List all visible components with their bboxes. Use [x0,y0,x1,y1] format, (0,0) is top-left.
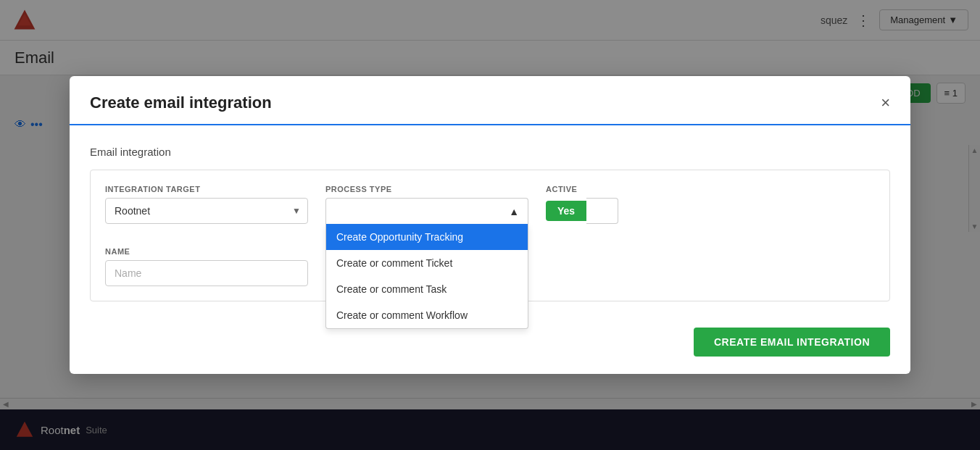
dropdown-item-workflow[interactable]: Create or comment Workflow [326,302,528,328]
active-yes-button[interactable]: Yes [546,201,586,221]
modal-header: Create email integration × [70,76,910,125]
form-row-1: INTEGRATION TARGET Rootnet ▼ PROCESS TYP… [105,185,875,224]
process-type-field: PROCESS TYPE ▲ Create Opportunity Tracki… [325,185,528,224]
modal-close-button[interactable]: × [881,95,890,111]
integration-target-label: INTEGRATION TARGET [105,185,308,193]
active-label: ACTIVE [546,185,647,193]
name-input[interactable] [105,260,308,286]
active-field: ACTIVE Yes [546,185,647,224]
modal-title: Create email integration [90,93,272,112]
section-label: Email integration [90,146,890,158]
create-email-integration-button[interactable]: CREATE EMAIL INTEGRATION [694,328,890,357]
active-toggle: Yes [546,198,647,224]
process-type-label: PROCESS TYPE [325,185,528,193]
name-label: NAME [105,247,308,256]
integration-target-select[interactable]: Rootnet [105,198,308,224]
dropdown-item-opportunity[interactable]: Create Opportunity Tracking [326,224,528,250]
create-email-integration-modal: Create email integration × Email integra… [70,76,910,374]
dropdown-item-task[interactable]: Create or comment Task [326,276,528,302]
process-type-arrow-icon: ▲ [509,206,519,217]
modal-overlay: Create email integration × Email integra… [0,0,980,450]
process-type-select[interactable]: ▲ [325,198,528,224]
modal-body: Email integration INTEGRATION TARGET Roo… [70,125,910,316]
integration-target-field: INTEGRATION TARGET Rootnet ▼ [105,185,308,224]
name-field: NAME [105,247,308,286]
dropdown-item-ticket[interactable]: Create or comment Ticket [326,250,528,276]
process-type-dropdown: Create Opportunity Tracking Create or co… [325,224,528,329]
form-card: INTEGRATION TARGET Rootnet ▼ PROCESS TYP… [90,170,890,301]
integration-target-select-wrapper: Rootnet ▼ [105,198,308,224]
active-toggle-blank[interactable] [586,198,618,224]
